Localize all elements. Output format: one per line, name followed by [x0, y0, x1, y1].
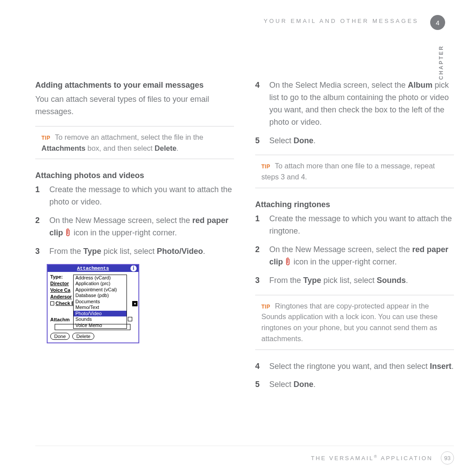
list-item: Database (pdb) — [74, 293, 126, 299]
step-text: From the Type pick list, select Sounds. — [269, 275, 408, 287]
step-number: 1 — [35, 184, 43, 208]
section-heading: Attaching photos and videos — [35, 170, 234, 181]
type-picklist: Address (vCard) Application (prc) Appoin… — [73, 275, 127, 329]
attachments-title: Attachments i — [48, 265, 138, 272]
step-number: 2 — [255, 244, 263, 268]
step-text: Create the message to which you want to … — [269, 213, 454, 238]
step-text: Select the ringtone you want, and then s… — [269, 361, 454, 373]
tip-label: TIP — [261, 304, 270, 310]
step-number: 5 — [255, 379, 263, 391]
section-heading: Adding attachments to your email message… — [35, 79, 234, 91]
step-number: 3 — [255, 275, 263, 287]
paperclip-icon — [285, 257, 291, 266]
list-item: Documents — [74, 299, 126, 305]
footer-app-name: THE VERSAMAIL® APPLICATION — [311, 454, 433, 461]
tip-box: TIP To remove an attachment, select the … — [35, 126, 234, 160]
info-icon: i — [130, 265, 137, 271]
body-text: You can attach several types of files to… — [35, 93, 234, 118]
step-text: On the New Message screen, select the re… — [269, 244, 454, 268]
tip-box: TIP Ringtones that are copy-protected ap… — [255, 295, 454, 350]
delete-button: Delete — [72, 333, 94, 340]
attachments-screenshot: Attachments i Type: Director Voice Ca An… — [47, 264, 139, 343]
step-number: 4 — [255, 79, 263, 129]
list-item: Memo/Text — [74, 305, 126, 311]
step-text: Select Done. — [269, 135, 316, 147]
attach-label: Attachm — [50, 317, 70, 322]
paperclip-icon — [65, 228, 71, 237]
step-text: On the Select Media screen, select the A… — [269, 79, 454, 129]
footer: THE VERSAMAIL® APPLICATION 93 — [35, 446, 454, 465]
tip-text: Ringtones that are copy-protected appear… — [261, 302, 438, 342]
step-text: From the Type pick list, select Photo/Vi… — [49, 245, 205, 258]
checkbox-icon — [50, 301, 54, 305]
empty-field — [55, 324, 130, 330]
list-item: Address (vCard) — [74, 275, 126, 281]
tip-text: box, and then select — [86, 144, 155, 152]
registered-icon: ® — [374, 454, 378, 459]
step-number: 5 — [255, 135, 263, 147]
tip-bold: Delete — [155, 144, 177, 152]
picklist-outline — [128, 317, 132, 321]
step-number: 1 — [255, 213, 263, 238]
tip-box: TIP To attach more than one file to a me… — [255, 155, 454, 188]
chapter-number-badge: 4 — [430, 15, 445, 30]
step-number: 2 — [35, 215, 43, 239]
list-item: Application (prc) — [74, 281, 126, 287]
tip-text: To remove an attachment, select the file… — [55, 133, 203, 141]
tip-text: . — [176, 144, 178, 152]
list-item: Appointment (vCal) — [74, 287, 126, 293]
step-text: On the New Message screen, select the re… — [49, 215, 234, 239]
list-item-selected: Photo/Video — [74, 311, 126, 317]
scroll-down-icon: ▾ — [132, 301, 138, 306]
list-item: Sounds — [74, 316, 126, 323]
section-heading: Attaching ringtones — [255, 199, 454, 210]
left-column: Adding attachments to your email message… — [35, 79, 234, 397]
step-text: Create the message to which you want to … — [49, 184, 234, 208]
page-number: 93 — [441, 451, 454, 465]
done-button: Done — [50, 333, 70, 340]
step-text: Select Done. — [269, 379, 316, 391]
running-head: YOUR EMAIL AND OTHER MESSAGES — [264, 18, 419, 24]
tip-label: TIP — [41, 135, 50, 141]
right-column: 4 On the Select Media screen, select the… — [255, 79, 454, 397]
step-number: 3 — [35, 245, 43, 258]
tip-bold: Attachments — [41, 144, 86, 152]
tip-text: To attach more than one file to a messag… — [261, 162, 435, 181]
step-number: 4 — [255, 361, 263, 373]
tip-label: TIP — [261, 164, 270, 170]
chapter-label: CHAPTER — [438, 45, 444, 80]
